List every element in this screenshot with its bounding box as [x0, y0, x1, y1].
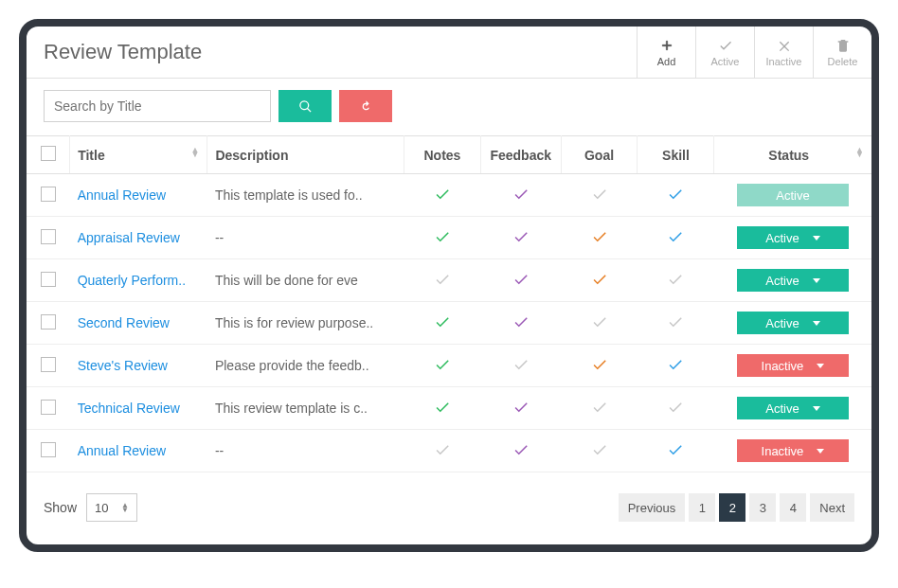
table-row: Quaterly Perform..This will be done for …: [27, 259, 871, 302]
inactive-button[interactable]: Inactive: [754, 27, 813, 78]
trash-icon: [835, 38, 851, 53]
row-checkbox[interactable]: [41, 272, 56, 287]
check-icon: [718, 38, 733, 53]
app-frame: Review Template Add Active Inactive Dele…: [19, 19, 879, 552]
check-icon: [667, 441, 684, 458]
check-icon: [434, 356, 451, 373]
row-checkbox[interactable]: [41, 357, 56, 372]
template-description: This is for review purpose..: [207, 302, 404, 345]
page-size-control: Show 10 ▲▼: [44, 493, 137, 522]
template-description: --: [207, 430, 404, 472]
status-text: Active: [765, 316, 799, 330]
delete-label: Delete: [828, 56, 858, 67]
search-row: [27, 79, 871, 135]
pagination: Previous1234Next: [619, 493, 854, 522]
check-icon: [512, 356, 530, 373]
status-badge: Active: [737, 184, 849, 206]
page-title: Review Template: [27, 27, 219, 78]
status-text: Active: [765, 231, 799, 245]
row-checkbox[interactable]: [41, 229, 56, 244]
template-title-link[interactable]: Steve's Review: [78, 358, 168, 373]
refresh-button[interactable]: [339, 90, 392, 122]
search-icon: [298, 99, 313, 114]
footer: Show 10 ▲▼ Previous1234Next: [27, 472, 871, 544]
table-row: Annual Review--Inactive: [27, 430, 871, 472]
search-button[interactable]: [278, 90, 332, 122]
pagination-page[interactable]: 3: [749, 493, 776, 522]
status-badge[interactable]: Active: [737, 226, 849, 249]
template-description: This review template is c..: [207, 387, 404, 430]
col-goal: Goal: [561, 136, 638, 174]
check-icon: [667, 356, 684, 373]
check-icon: [512, 186, 530, 203]
check-icon: [434, 271, 451, 288]
check-icon: [512, 313, 530, 330]
check-icon: [667, 399, 684, 416]
col-notes: Notes: [404, 136, 480, 174]
pagination-prev[interactable]: Previous: [619, 493, 686, 522]
status-text: Inactive: [762, 444, 804, 458]
select-all-checkbox[interactable]: [41, 146, 56, 161]
status-text: Active: [765, 274, 799, 288]
check-icon: [434, 399, 451, 416]
template-title-link[interactable]: Second Review: [78, 315, 170, 330]
check-icon: [434, 228, 451, 245]
template-title-link[interactable]: Annual Review: [78, 443, 166, 458]
plus-icon: [659, 38, 674, 53]
sort-icon: ▲▼: [191, 148, 200, 157]
col-skill: Skill: [638, 136, 714, 174]
search-input[interactable]: [44, 90, 271, 122]
check-icon: [591, 399, 608, 416]
pagination-page[interactable]: 4: [780, 493, 806, 522]
status-badge[interactable]: Active: [737, 312, 849, 334]
chevron-down-icon: [813, 236, 820, 241]
check-icon: [591, 441, 608, 458]
check-icon: [591, 271, 608, 288]
check-icon: [512, 228, 530, 245]
chevron-down-icon: [817, 364, 824, 368]
row-checkbox[interactable]: [41, 187, 56, 202]
check-icon: [434, 186, 451, 203]
delete-button[interactable]: Delete: [813, 27, 871, 78]
chevron-down-icon: [813, 278, 820, 283]
add-button[interactable]: Add: [637, 27, 695, 78]
page-size-select[interactable]: 10 ▲▼: [86, 493, 137, 522]
row-checkbox[interactable]: [41, 400, 56, 415]
status-text: Active: [765, 401, 799, 416]
check-icon: [512, 399, 530, 416]
check-icon: [667, 186, 684, 203]
check-icon: [434, 441, 451, 458]
template-title-link[interactable]: Quaterly Perform..: [78, 273, 186, 288]
table-row: Second ReviewThis is for review purpose.…: [27, 302, 871, 345]
row-checkbox[interactable]: [41, 442, 56, 457]
templates-table: Title▲▼ Description Notes Feedback Goal …: [27, 135, 871, 472]
template-title-link[interactable]: Appraisal Review: [78, 230, 180, 245]
col-title[interactable]: Title▲▼: [70, 136, 207, 174]
check-icon: [512, 271, 530, 288]
status-badge[interactable]: Inactive: [737, 354, 849, 377]
row-checkbox[interactable]: [41, 314, 56, 330]
pagination-page[interactable]: 2: [719, 493, 745, 522]
chevron-down-icon: [813, 406, 820, 411]
check-icon: [667, 271, 684, 288]
pagination-next[interactable]: Next: [810, 493, 854, 522]
table-row: Annual ReviewThis template is used fo..A…: [27, 174, 871, 217]
table-row: Technical ReviewThis review template is …: [27, 387, 871, 430]
status-badge[interactable]: Inactive: [737, 439, 849, 462]
template-title-link[interactable]: Annual Review: [78, 187, 166, 203]
pagination-page[interactable]: 1: [689, 493, 715, 522]
active-label: Active: [711, 56, 740, 67]
status-badge[interactable]: Active: [737, 397, 849, 419]
table-row: Appraisal Review--Active: [27, 217, 871, 259]
active-button[interactable]: Active: [695, 27, 754, 78]
status-text: Active: [776, 188, 809, 203]
status-text: Inactive: [762, 359, 804, 373]
check-icon: [591, 356, 608, 373]
header: Review Template Add Active Inactive Dele…: [27, 27, 871, 79]
col-status[interactable]: Status▲▼: [714, 136, 871, 174]
check-icon: [434, 313, 451, 330]
refresh-icon: [359, 99, 373, 114]
status-badge[interactable]: Active: [737, 269, 849, 292]
template-title-link[interactable]: Technical Review: [78, 401, 180, 416]
stepper-icon: ▲▼: [121, 503, 129, 512]
